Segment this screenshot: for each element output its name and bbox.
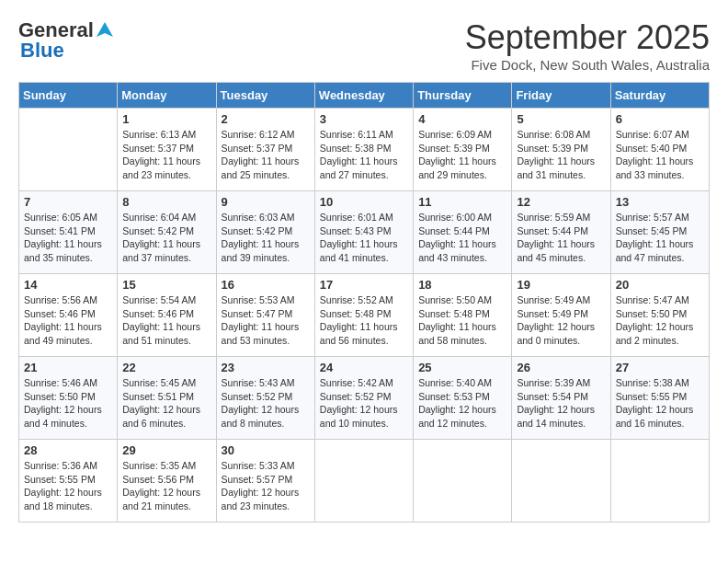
day-number: 24 <box>320 361 408 374</box>
day-info: Sunrise: 6:05 AM Sunset: 5:41 PM Dayligh… <box>24 211 112 265</box>
day-cell: 14Sunrise: 5:56 AM Sunset: 5:46 PM Dayli… <box>19 274 118 357</box>
day-info: Sunrise: 5:43 AM Sunset: 5:52 PM Dayligh… <box>222 376 310 431</box>
month-title: September 2025 <box>465 18 710 57</box>
day-number: 20 <box>616 278 704 292</box>
day-number: 3 <box>320 112 408 126</box>
day-info: Sunrise: 5:56 AM Sunset: 5:46 PM Dayligh… <box>24 293 112 348</box>
day-cell: 11Sunrise: 6:00 AM Sunset: 5:44 PM Dayli… <box>414 191 512 274</box>
logo-blue: Blue <box>18 39 64 63</box>
svg-marker-0 <box>97 22 113 37</box>
week-row-2: 7Sunrise: 6:05 AM Sunset: 5:41 PM Daylig… <box>19 191 710 274</box>
day-cell: 23Sunrise: 5:43 AM Sunset: 5:52 PM Dayli… <box>216 357 314 440</box>
week-row-1: 1Sunrise: 6:13 AM Sunset: 5:37 PM Daylig… <box>19 109 710 191</box>
day-number: 9 <box>222 195 310 209</box>
day-cell <box>414 440 512 523</box>
day-number: 15 <box>122 278 210 292</box>
day-info: Sunrise: 6:01 AM Sunset: 5:43 PM Dayligh… <box>320 211 408 265</box>
day-cell: 21Sunrise: 5:46 AM Sunset: 5:50 PM Dayli… <box>19 357 118 440</box>
day-number: 16 <box>222 278 310 292</box>
day-cell: 17Sunrise: 5:52 AM Sunset: 5:48 PM Dayli… <box>314 274 413 357</box>
day-cell: 12Sunrise: 5:59 AM Sunset: 5:44 PM Dayli… <box>512 191 610 274</box>
header-sunday: Sunday <box>19 83 118 109</box>
day-cell: 1Sunrise: 6:13 AM Sunset: 5:37 PM Daylig… <box>118 109 216 191</box>
day-number: 21 <box>24 361 112 374</box>
day-cell: 26Sunrise: 5:39 AM Sunset: 5:54 PM Dayli… <box>512 357 610 440</box>
day-cell: 16Sunrise: 5:53 AM Sunset: 5:47 PM Dayli… <box>216 274 314 357</box>
day-info: Sunrise: 6:08 AM Sunset: 5:39 PM Dayligh… <box>517 128 605 182</box>
day-cell <box>512 440 610 523</box>
day-number: 27 <box>616 361 704 374</box>
day-number: 19 <box>517 278 605 292</box>
day-cell: 6Sunrise: 6:07 AM Sunset: 5:40 PM Daylig… <box>610 109 709 191</box>
title-section: September 2025 Five Dock, New South Wale… <box>465 18 710 73</box>
day-number: 1 <box>122 112 210 126</box>
day-info: Sunrise: 6:12 AM Sunset: 5:37 PM Dayligh… <box>222 128 310 182</box>
day-number: 11 <box>418 195 506 209</box>
day-info: Sunrise: 5:57 AM Sunset: 5:45 PM Dayligh… <box>616 211 704 265</box>
day-cell: 24Sunrise: 5:42 AM Sunset: 5:52 PM Dayli… <box>314 357 413 440</box>
day-number: 4 <box>418 112 506 126</box>
day-info: Sunrise: 5:46 AM Sunset: 5:50 PM Dayligh… <box>24 376 112 431</box>
day-cell: 8Sunrise: 6:04 AM Sunset: 5:42 PM Daylig… <box>118 191 216 274</box>
day-number: 5 <box>517 112 605 126</box>
day-cell: 20Sunrise: 5:47 AM Sunset: 5:50 PM Dayli… <box>610 274 709 357</box>
day-number: 25 <box>418 361 506 374</box>
day-number: 6 <box>616 112 704 126</box>
day-number: 26 <box>517 361 605 374</box>
day-cell: 15Sunrise: 5:54 AM Sunset: 5:46 PM Dayli… <box>118 274 216 357</box>
day-info: Sunrise: 5:38 AM Sunset: 5:55 PM Dayligh… <box>616 376 704 431</box>
day-info: Sunrise: 6:09 AM Sunset: 5:39 PM Dayligh… <box>418 128 506 182</box>
day-cell: 4Sunrise: 6:09 AM Sunset: 5:39 PM Daylig… <box>414 109 512 191</box>
page-header: General Blue September 2025 Five Dock, N… <box>18 18 710 73</box>
day-info: Sunrise: 6:11 AM Sunset: 5:38 PM Dayligh… <box>320 128 408 182</box>
day-cell: 3Sunrise: 6:11 AM Sunset: 5:38 PM Daylig… <box>314 109 413 191</box>
day-info: Sunrise: 5:53 AM Sunset: 5:47 PM Dayligh… <box>222 293 310 348</box>
header-tuesday: Tuesday <box>216 83 314 109</box>
day-info: Sunrise: 5:35 AM Sunset: 5:56 PM Dayligh… <box>122 459 210 513</box>
header-row: SundayMondayTuesdayWednesdayThursdayFrid… <box>19 83 710 109</box>
day-number: 12 <box>517 195 605 209</box>
day-number: 22 <box>122 361 210 374</box>
logo: General Blue <box>18 18 116 63</box>
day-info: Sunrise: 6:04 AM Sunset: 5:42 PM Dayligh… <box>122 211 210 265</box>
day-cell <box>19 109 118 191</box>
day-cell: 25Sunrise: 5:40 AM Sunset: 5:53 PM Dayli… <box>414 357 512 440</box>
day-cell: 18Sunrise: 5:50 AM Sunset: 5:48 PM Dayli… <box>414 274 512 357</box>
day-number: 7 <box>24 195 112 209</box>
day-info: Sunrise: 5:59 AM Sunset: 5:44 PM Dayligh… <box>517 211 605 265</box>
day-info: Sunrise: 5:33 AM Sunset: 5:57 PM Dayligh… <box>222 459 310 513</box>
day-number: 28 <box>24 443 112 457</box>
day-info: Sunrise: 5:54 AM Sunset: 5:46 PM Dayligh… <box>122 293 210 348</box>
day-info: Sunrise: 5:47 AM Sunset: 5:50 PM Dayligh… <box>616 293 704 348</box>
day-cell: 27Sunrise: 5:38 AM Sunset: 5:55 PM Dayli… <box>610 357 709 440</box>
day-info: Sunrise: 5:39 AM Sunset: 5:54 PM Dayligh… <box>517 376 605 431</box>
logo-bird-icon <box>95 20 115 40</box>
day-number: 17 <box>320 278 408 292</box>
calendar-table: SundayMondayTuesdayWednesdayThursdayFrid… <box>18 82 710 523</box>
day-number: 13 <box>616 195 704 209</box>
day-cell: 2Sunrise: 6:12 AM Sunset: 5:37 PM Daylig… <box>216 109 314 191</box>
header-friday: Friday <box>512 83 610 109</box>
week-row-4: 21Sunrise: 5:46 AM Sunset: 5:50 PM Dayli… <box>19 357 710 440</box>
day-number: 18 <box>418 278 506 292</box>
header-monday: Monday <box>118 83 216 109</box>
day-info: Sunrise: 6:00 AM Sunset: 5:44 PM Dayligh… <box>418 211 506 265</box>
day-number: 14 <box>24 278 112 292</box>
day-cell: 30Sunrise: 5:33 AM Sunset: 5:57 PM Dayli… <box>216 440 314 523</box>
day-cell: 22Sunrise: 5:45 AM Sunset: 5:51 PM Dayli… <box>118 357 216 440</box>
day-number: 8 <box>122 195 210 209</box>
day-cell: 7Sunrise: 6:05 AM Sunset: 5:41 PM Daylig… <box>19 191 118 274</box>
day-number: 30 <box>222 443 310 457</box>
day-cell: 5Sunrise: 6:08 AM Sunset: 5:39 PM Daylig… <box>512 109 610 191</box>
day-cell: 13Sunrise: 5:57 AM Sunset: 5:45 PM Dayli… <box>610 191 709 274</box>
day-info: Sunrise: 5:45 AM Sunset: 5:51 PM Dayligh… <box>122 376 210 431</box>
day-cell: 19Sunrise: 5:49 AM Sunset: 5:49 PM Dayli… <box>512 274 610 357</box>
day-cell: 29Sunrise: 5:35 AM Sunset: 5:56 PM Dayli… <box>118 440 216 523</box>
week-row-5: 28Sunrise: 5:36 AM Sunset: 5:55 PM Dayli… <box>19 440 710 523</box>
day-number: 2 <box>222 112 310 126</box>
header-wednesday: Wednesday <box>314 83 413 109</box>
day-info: Sunrise: 5:42 AM Sunset: 5:52 PM Dayligh… <box>320 376 408 431</box>
header-saturday: Saturday <box>610 83 709 109</box>
day-info: Sunrise: 5:36 AM Sunset: 5:55 PM Dayligh… <box>24 459 112 513</box>
day-cell <box>610 440 709 523</box>
